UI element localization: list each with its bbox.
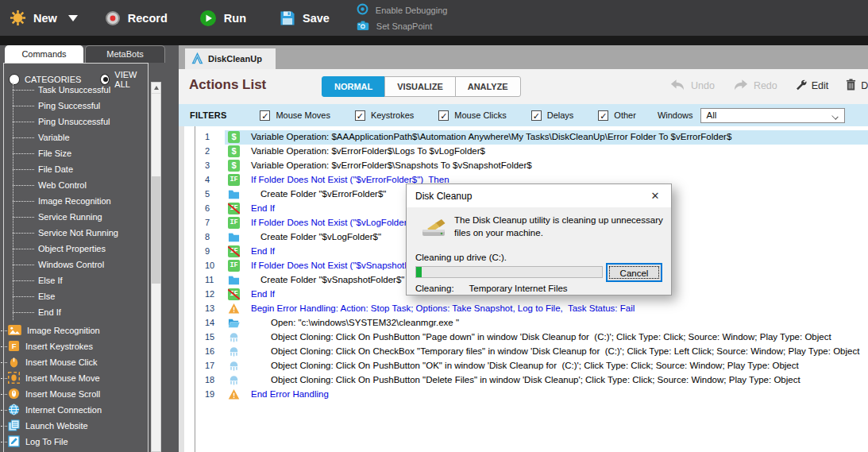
action-row-3[interactable]: 3$Variable Operation: $vErrorFolder$\Sna…: [179, 159, 868, 173]
chevron-down-icon: [832, 114, 839, 118]
debug-toggle-group: Enable Debugging Set SnapPoint: [357, 3, 448, 33]
set-snappoint-button[interactable]: Set SnapPoint: [357, 20, 448, 33]
action-text: Create Folder "$vLogFolder$": [260, 232, 381, 241]
mouse-scroll-icon: [8, 388, 20, 401]
line-number: 12: [205, 289, 224, 299]
filter-label: Delays: [547, 110, 574, 120]
variable-icon: $: [228, 160, 240, 172]
doc-tab-diskcleanup[interactable]: DiskCleanUp: [185, 48, 276, 69]
new-dropdown-caret[interactable]: [68, 15, 78, 21]
action-label: Undo: [691, 80, 715, 91]
filter-label: Keystrokes: [371, 110, 414, 120]
checkbox-icon[interactable]: ✓: [598, 110, 608, 121]
record-button[interactable]: Record: [105, 10, 168, 26]
action-row-18[interactable]: 18Object Cloning: Click On PushButton "D…: [179, 373, 868, 388]
object-cloning-icon: [228, 331, 240, 343]
checkbox-icon[interactable]: ✓: [438, 110, 449, 121]
action-row-15[interactable]: 15Object Cloning: Click On PushButton "P…: [179, 330, 868, 345]
progress-bar-fill: [416, 267, 422, 277]
filters-label: FILTERS: [190, 110, 226, 120]
sidebar-scrollbar[interactable]: [151, 82, 161, 452]
actions-header: Actions List NORMALVISUALIZEANALYZE Undo…: [179, 69, 868, 104]
delete-button[interactable]: Delete: [846, 79, 868, 93]
sidebar-tab-commands[interactable]: Commands: [5, 45, 83, 63]
trash-icon: [846, 79, 856, 93]
action-text: Variable Operation: $vErrorFolder$\Snaps…: [251, 160, 532, 170]
checkbox-icon[interactable]: ✓: [531, 110, 542, 121]
action-row-13[interactable]: 13Begin Error Handling: Action: Stop Tas…: [179, 302, 868, 316]
checkbox-icon[interactable]: ✓: [355, 110, 365, 121]
edit-button[interactable]: Edit: [795, 79, 829, 93]
sidebar-item-label: Insert Mouse Click: [25, 357, 97, 367]
action-row-17[interactable]: 17Object Cloning: Click On PushButton "O…: [179, 359, 868, 373]
toolbar-divider: [0, 36, 868, 45]
page-title: Actions List: [189, 77, 266, 93]
save-icon: [280, 10, 295, 26]
end-if-icon: IF: [228, 245, 240, 257]
folder-icon: [228, 188, 240, 200]
action-row-1[interactable]: 1$Variable Operation: $AAApplicationPath…: [179, 130, 868, 145]
enable-debugging-label: Enable Debugging: [376, 6, 448, 15]
if-icon: IF: [228, 217, 240, 229]
sidebar-tab-metabots[interactable]: MetaBots: [85, 45, 165, 63]
disk-cleanup-dialog: Disk Cleanup ✕ The Disk Cleanup utility …: [406, 184, 672, 296]
new-button[interactable]: New: [10, 10, 57, 26]
filter-keystrokes[interactable]: ✓Keystrokes: [355, 110, 414, 121]
line-number: 8: [205, 232, 224, 241]
windows-dropdown-value: All: [707, 110, 717, 120]
line-number: 5: [205, 189, 224, 199]
close-icon[interactable]: ✕: [639, 184, 671, 207]
record-label: Record: [128, 12, 168, 25]
wrench-icon: [795, 79, 807, 93]
filter-delays[interactable]: ✓Delays: [531, 110, 574, 121]
action-text: Object Cloning: Click On PushButton "Pag…: [271, 332, 831, 342]
edit-actions-group: UndoRedoEditDelete: [669, 79, 868, 93]
filter-mouse-moves[interactable]: ✓Mouse Moves: [260, 110, 330, 121]
sidebar-scrollbar-thumb[interactable]: [152, 176, 160, 284]
filter-mouse-clicks[interactable]: ✓Mouse Clicks: [438, 110, 506, 121]
mouse-click-icon: [8, 356, 20, 369]
scrollbar-up-arrow-icon[interactable]: [152, 83, 160, 94]
run-button[interactable]: Run: [199, 10, 246, 27]
object-cloning-icon: [228, 346, 240, 357]
view-button-normal[interactable]: NORMAL: [322, 76, 385, 97]
view-button-visualize[interactable]: VISUALIZE: [384, 76, 455, 97]
save-button[interactable]: Save: [280, 10, 330, 26]
action-text: Begin Error Handling: Action: Stop Task;…: [251, 303, 635, 313]
log-icon: [8, 435, 20, 449]
warning-icon: [228, 303, 240, 315]
app-window: New Record Run Save Enable Debugging Set…: [0, 0, 868, 452]
sidebar-item-label: Image Recognition: [27, 326, 100, 335]
action-row-16[interactable]: 16Object Cloning: Click On CheckBox "Tem…: [179, 345, 868, 359]
filter-label: Mouse Clicks: [454, 110, 506, 120]
action-label: Delete: [861, 80, 868, 91]
redo-icon: [732, 79, 749, 93]
top-toolbar: New Record Run Save Enable Debugging Set…: [0, 0, 868, 36]
enable-debugging-icon: [357, 3, 368, 17]
undo-icon: [669, 79, 686, 93]
action-text: Variable Operation: $AAApplicationPath$\…: [251, 132, 731, 141]
action-text: Object Cloning: Click On PushButton "OK"…: [271, 361, 799, 370]
windows-dropdown[interactable]: All: [700, 108, 845, 123]
undo-button: Undo: [669, 79, 715, 93]
dialog-titlebar[interactable]: Disk Cleanup: [407, 184, 671, 207]
filters-bar: FILTERS ✓Mouse Moves✓Keystrokes✓Mouse Cl…: [179, 104, 868, 126]
checkbox-icon[interactable]: ✓: [260, 110, 270, 121]
line-number: 19: [205, 389, 224, 399]
action-row-19[interactable]: 19End Error Handling: [179, 388, 868, 402]
line-number: 15: [205, 332, 224, 342]
view-button-analyze[interactable]: ANALYZE: [455, 76, 521, 97]
action-row-2[interactable]: 2$Variable Operation: $vErrorFolder$\Log…: [179, 145, 868, 159]
dialog-message: The Disk Cleanup utility is cleaning up …: [454, 214, 665, 239]
line-number: 13: [205, 303, 224, 313]
enable-debugging-button[interactable]: Enable Debugging: [357, 3, 448, 17]
action-text: Create Folder "$vSnapshotFolder$": [260, 275, 404, 284]
action-row-14[interactable]: 14Open: "c:\windows\SYSTEM32\cleanmgr.ex…: [179, 316, 868, 330]
doc-tab-label: DiskCleanUp: [208, 54, 262, 64]
open-folder-icon: [228, 317, 240, 329]
cancel-button[interactable]: Cancel: [606, 263, 662, 282]
dialog-title: Disk Cleanup: [415, 191, 472, 202]
end-if-icon: IF: [228, 203, 240, 214]
filter-other[interactable]: ✓Other: [598, 110, 636, 121]
filter-label: Other: [614, 110, 636, 120]
